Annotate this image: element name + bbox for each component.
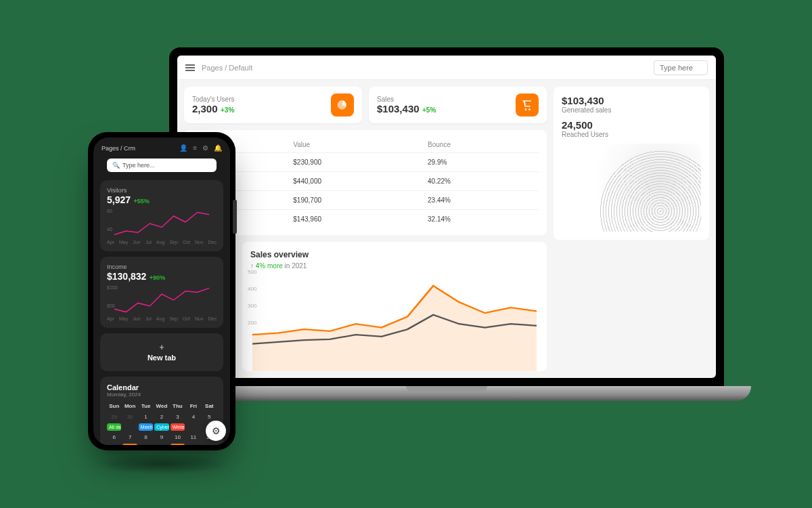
calendar-event[interactable]: Meeti (139, 423, 153, 431)
gear-icon[interactable]: ⚙ (202, 144, 208, 152)
bell-icon[interactable]: 🔔 (214, 144, 222, 152)
plus-icon: + (100, 343, 223, 352)
line-chart (242, 280, 547, 371)
calendar-day[interactable]: 29 (107, 412, 121, 422)
card-change: +90% (150, 274, 165, 281)
breadcrumb[interactable]: Pages / Default (202, 64, 252, 72)
calendar-event[interactable]: Digital event (122, 444, 137, 445)
settings-fab[interactable]: ⚙ (206, 421, 226, 441)
phone-shadow (95, 454, 230, 474)
card-label: Income (107, 263, 217, 270)
table-row[interactable]: 3.900$440,00040.22% (192, 172, 539, 191)
user-icon[interactable]: 👤 (179, 144, 187, 152)
left-column: Today's Users 2,300 +3% Sales $103,430 +… (184, 87, 547, 371)
income-card[interactable]: Income $130,832 +90% $100 $50 AprMayJunJ… (100, 257, 223, 328)
calendar-day-header: Wed (154, 402, 168, 410)
calendar-event[interactable]: Cyber (154, 423, 168, 431)
stat-value: $103,430 (377, 103, 420, 114)
summary-users-label: Reached Users (562, 131, 701, 138)
calendar-day-header: Fri (186, 402, 200, 410)
sparkline (107, 209, 217, 238)
calendar-day[interactable]: 2 (154, 412, 168, 422)
search-icon: 🔍 (112, 162, 120, 169)
th-value[interactable]: Value (288, 137, 422, 153)
right-column: $103,430 Generated sales 24,500 Reached … (554, 87, 709, 371)
stat-change: +5% (422, 106, 436, 114)
dashboard-app: Pages / Default Today's Users 2,300 +3% (177, 56, 716, 378)
calendar-event[interactable]: Marke (171, 444, 185, 445)
menu-icon[interactable] (185, 64, 195, 71)
cart-icon (516, 93, 539, 117)
calendar-day[interactable]: 3 (171, 412, 185, 422)
summary-users: 24,500 (562, 119, 701, 131)
calendar-day[interactable]: 4 (186, 412, 200, 422)
calendar-day-header: Tue (139, 402, 153, 410)
overview-subtitle: ↑ 4% more in 2021 (250, 262, 539, 270)
phone-topbar: Pages / Crm 👤 ≡ ⚙ 🔔 (93, 137, 230, 156)
new-tab-button[interactable]: + New tab (100, 333, 223, 371)
calendar-subtitle: Monday, 2024 (107, 391, 217, 398)
globe-graphic (562, 144, 701, 232)
sparkline (107, 285, 217, 315)
phone-app: Pages / Crm 👤 ≡ ⚙ 🔔 🔍 Type here... Visit… (93, 137, 230, 445)
calendar-day-header: Sat (202, 402, 217, 410)
content: Today's Users 2,300 +3% Sales $103,430 +… (177, 80, 716, 378)
stat-cards-row: Today's Users 2,300 +3% Sales $103,430 +… (184, 87, 547, 123)
calendar-day[interactable]: 8 (139, 432, 153, 442)
phone-device: Pages / Crm 👤 ≡ ⚙ 🔔 🔍 Type here... Visit… (88, 132, 235, 450)
stat-label: Sales (377, 96, 436, 103)
card-change: +55% (134, 198, 150, 205)
calendar-grid: SunMonTueWedThuFriSat293012345All daMeet… (107, 402, 217, 445)
calendar-day[interactable]: 6 (107, 432, 121, 442)
card-value: 5,927 (107, 194, 131, 205)
summary-card: $103,430 Generated sales 24,500 Reached … (554, 87, 709, 240)
calendar-day-header: Sun (107, 402, 121, 410)
calendar-day[interactable]: 30 (122, 412, 137, 422)
search-input[interactable] (654, 60, 708, 75)
gear-icon: ⚙ (212, 425, 221, 436)
calendar-day[interactable]: 1 (139, 412, 153, 422)
calendar-title: Calendar (107, 383, 217, 391)
summary-sales-label: Generated sales (562, 106, 701, 114)
stat-card-sales[interactable]: Sales $103,430 +5% (369, 87, 547, 123)
sales-overview-card[interactable]: Sales overview ↑ 4% more in 2021 5004003… (242, 242, 547, 371)
stat-value: 2,300 (192, 103, 218, 114)
calendar-day[interactable]: 7 (122, 432, 137, 442)
card-value: $130,832 (107, 271, 146, 282)
pie-icon (331, 93, 354, 117)
calendar-day-header: Thu (171, 402, 185, 410)
calendar-event[interactable]: Winte (171, 423, 185, 431)
table-row[interactable]: 2500$230,90029.9% (192, 153, 539, 172)
calendar-card[interactable]: Calendar Monday, 2024 SunMonTueWedThuFri… (100, 377, 223, 445)
table-row[interactable]: 1.400$190,70023.44% (192, 191, 539, 210)
calendar-day[interactable]: 10 (171, 432, 185, 442)
table-row[interactable]: 562$143,96032.14% (192, 210, 539, 229)
stat-change: +3% (221, 106, 234, 114)
search-input[interactable]: 🔍 Type here... (107, 158, 217, 172)
calendar-day[interactable]: 11 (186, 432, 200, 442)
data-table: Sales Value Bounce 2500$230,90029.9%3.90… (184, 130, 547, 235)
calendar-day-header: Mon (122, 402, 137, 410)
overview-title: Sales overview (250, 250, 539, 259)
calendar-day[interactable]: 9 (154, 432, 168, 442)
stat-label: Today's Users (192, 96, 235, 103)
card-label: Visitors (107, 187, 217, 194)
x-axis: AprMayJunJulAugSepOctNovDec (107, 240, 217, 245)
x-axis: AprMayJunJulAugSepOctNovDec (107, 316, 217, 321)
list-icon[interactable]: ≡ (193, 144, 197, 152)
topbar: Pages / Default (177, 56, 716, 80)
visitors-card[interactable]: Visitors 5,927 +55% 80 40 AprMayJunJulAu… (100, 180, 223, 251)
laptop-screen: Pages / Default Today's Users 2,300 +3% (169, 47, 724, 386)
calendar-event[interactable]: All da (107, 423, 121, 431)
stat-card-users[interactable]: Today's Users 2,300 +3% (184, 87, 362, 123)
th-bounce[interactable]: Bounce (422, 137, 539, 153)
summary-sales: $103,430 (562, 95, 701, 106)
breadcrumb[interactable]: Pages / Crm (102, 145, 135, 152)
